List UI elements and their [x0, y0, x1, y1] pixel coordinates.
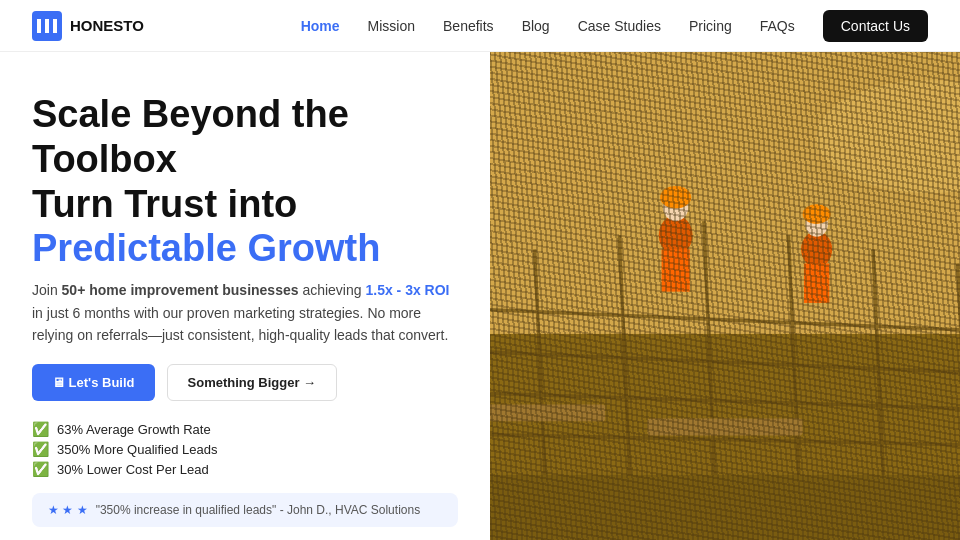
hero-title: Scale Beyond the Toolbox Turn Trust into… — [32, 92, 458, 271]
check-icon-1: ✅ — [32, 421, 49, 437]
svg-line-11 — [535, 249, 549, 540]
svg-rect-26 — [490, 404, 605, 421]
nav-home[interactable]: Home — [301, 18, 340, 34]
nav-benefits[interactable]: Benefits — [443, 18, 494, 34]
check-icon-3: ✅ — [32, 461, 49, 477]
something-bigger-button[interactable]: Something Bigger → — [167, 364, 338, 401]
svg-point-29 — [490, 122, 619, 207]
logo[interactable]: HONESTO — [32, 11, 144, 41]
nav-links: Home Mission Benefits Blog Case Studies … — [301, 17, 928, 35]
nav-mission[interactable]: Mission — [368, 18, 415, 34]
svg-point-18 — [663, 193, 688, 221]
svg-rect-1 — [37, 19, 41, 33]
svg-point-20 — [660, 186, 691, 209]
svg-line-13 — [704, 221, 718, 540]
svg-point-28 — [817, 80, 960, 193]
svg-point-22 — [805, 211, 828, 236]
svg-rect-3 — [53, 19, 57, 33]
svg-rect-25 — [490, 475, 960, 540]
svg-rect-19 — [662, 249, 690, 291]
nav-contact-button[interactable]: Contact Us — [823, 10, 928, 42]
hero-photo-bg — [490, 52, 960, 540]
stat-cost: ✅ 30% Lower Cost Per Lead — [32, 461, 458, 477]
svg-rect-23 — [804, 263, 829, 302]
svg-line-12 — [619, 235, 633, 540]
check-icon-2: ✅ — [32, 441, 49, 457]
svg-line-15 — [873, 249, 887, 540]
svg-rect-27 — [647, 419, 802, 436]
hero-content: Scale Beyond the Toolbox Turn Trust into… — [0, 52, 490, 540]
hero-stats: ✅ 63% Average Growth Rate ✅ 350% More Qu… — [32, 421, 458, 477]
nav-blog[interactable]: Blog — [522, 18, 550, 34]
navbar: HONESTO Home Mission Benefits Blog Case … — [0, 0, 960, 52]
svg-line-7 — [490, 348, 960, 376]
svg-line-14 — [788, 235, 802, 540]
nav-faqs[interactable]: FAQs — [760, 18, 795, 34]
svg-line-9 — [490, 433, 960, 447]
nav-pricing[interactable]: Pricing — [689, 18, 732, 34]
star-rating: ★ ★ ★ — [48, 503, 88, 517]
stat-leads: ✅ 350% More Qualified Leads — [32, 441, 458, 457]
hero-section: Scale Beyond the Toolbox Turn Trust into… — [0, 52, 960, 540]
svg-line-6 — [490, 306, 960, 334]
svg-rect-5 — [490, 334, 960, 540]
svg-point-21 — [801, 231, 832, 268]
testimonial-text: "350% increase in qualified leads" - Joh… — [96, 503, 420, 517]
lets-build-button[interactable]: 🖥 Let's Build — [32, 364, 155, 401]
hero-svg-scene — [490, 52, 960, 540]
testimonial-bar: ★ ★ ★ "350% increase in qualified leads"… — [32, 493, 458, 527]
svg-point-24 — [803, 204, 831, 224]
stat-growth: ✅ 63% Average Growth Rate — [32, 421, 458, 437]
hero-buttons: 🖥 Let's Build Something Bigger → — [32, 364, 458, 401]
hero-image — [490, 52, 960, 540]
svg-rect-4 — [490, 52, 960, 540]
brand-name: HONESTO — [70, 17, 144, 34]
nav-case-studies[interactable]: Case Studies — [578, 18, 661, 34]
svg-rect-2 — [45, 19, 49, 33]
hero-subtitle: Join 50+ home improvement businesses ach… — [32, 279, 458, 346]
svg-line-8 — [490, 390, 960, 411]
svg-point-17 — [659, 216, 693, 255]
